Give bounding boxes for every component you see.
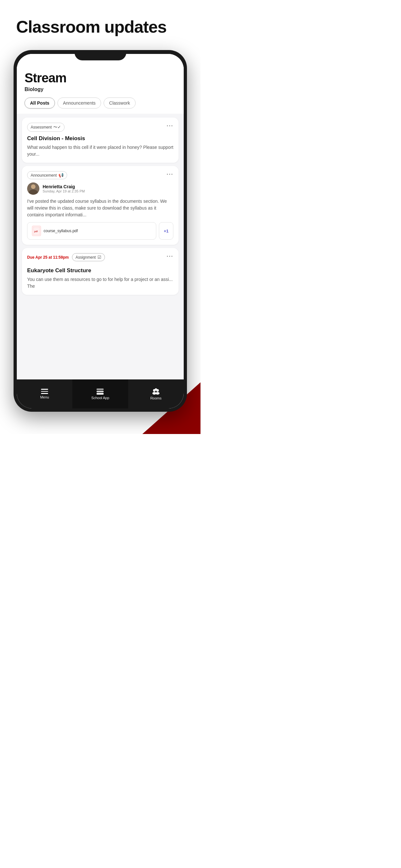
stream-header: Stream Biology All Posts Announcements C… (17, 54, 184, 114)
post-card-announcement[interactable]: Announcement 📢 ··· Henrietta Craig Sunda… (22, 166, 179, 245)
due-label: Due Apr 25 at 11:59pm (27, 255, 69, 259)
attachment-extra[interactable]: +1 (159, 222, 174, 240)
announcement-tag: Announcement 📢 (27, 171, 67, 179)
bottom-nav: Menu School App (17, 379, 184, 408)
screen-content: Stream Biology All Posts Announcements C… (17, 54, 184, 408)
page-heading: Classroom updates (16, 18, 166, 36)
nav-menu[interactable]: Menu (17, 379, 72, 408)
assignment-tag: Assignment ☑ (72, 253, 105, 261)
avatar (27, 182, 39, 195)
svg-point-6 (156, 392, 159, 395)
post-more-button-2[interactable]: ··· (166, 171, 174, 178)
hamburger-icon (41, 389, 48, 394)
post-body-announcement: I've posted the updated course syllabus … (27, 198, 174, 218)
posts-container: Assessment 〜✓ ··· Cell Division - Meiosi… (17, 114, 184, 299)
tabs-row: All Posts Announcements Classwork (25, 97, 176, 108)
nav-school-app-label: School App (91, 396, 110, 400)
post-title-assessment: Cell Division - Meiosis (27, 135, 174, 142)
post-body-assignment: You can use them as resources to go to f… (27, 276, 174, 290)
due-row: Due Apr 25 at 11:59pm Assignment ☑ (27, 253, 105, 261)
attachment-pdf[interactable]: pdf course_syllabus.pdf (27, 222, 156, 240)
clipboard-icon: ☑ (97, 255, 101, 259)
assignment-tag-label: Assignment (75, 255, 96, 259)
stream-title: Stream (25, 71, 176, 85)
chart-icon: 〜✓ (53, 124, 61, 130)
author-row: Henrietta Craig Sunday, Apr 19 at 2:35 P… (27, 182, 174, 195)
nav-school-app[interactable]: School App (72, 379, 128, 408)
megaphone-icon: 📢 (58, 173, 64, 178)
post-more-button[interactable]: ··· (166, 123, 174, 129)
post-title-assignment: Eukaryote Cell Structure (27, 267, 174, 274)
tab-all-posts[interactable]: All Posts (25, 97, 55, 108)
assessment-tag-label: Assessment (31, 125, 52, 129)
tab-classwork[interactable]: Classwork (104, 97, 135, 108)
post-card-assignment[interactable]: Due Apr 25 at 11:59pm Assignment ☑ ··· E… (22, 248, 179, 295)
phone-notch (74, 50, 126, 60)
nav-menu-label: Menu (40, 395, 49, 399)
post-body-assessment: What would happen to this cell if it wer… (27, 144, 174, 158)
attachment-row: pdf course_syllabus.pdf +1 (27, 222, 174, 240)
post-card-assessment[interactable]: Assessment 〜✓ ··· Cell Division - Meiosi… (22, 118, 179, 163)
nav-rooms-label: Rooms (150, 396, 161, 400)
stream-subtitle: Biology (25, 87, 176, 92)
pdf-icon: pdf (32, 226, 41, 236)
phone-screen: Stream Biology All Posts Announcements C… (17, 54, 184, 408)
rooms-icon (152, 388, 160, 395)
phone-frame: Stream Biology All Posts Announcements C… (13, 50, 187, 412)
post-more-button-3[interactable]: ··· (166, 253, 174, 260)
svg-point-4 (155, 389, 157, 391)
announcement-tag-label: Announcement (31, 173, 57, 178)
svg-text:pdf: pdf (34, 230, 38, 233)
stack-icon (96, 389, 104, 395)
tab-announcements[interactable]: Announcements (58, 97, 101, 108)
attachment-filename: course_syllabus.pdf (43, 228, 78, 233)
author-info: Henrietta Craig Sunday, Apr 19 at 2:35 P… (42, 184, 85, 193)
nav-rooms[interactable]: Rooms (128, 379, 184, 408)
author-name: Henrietta Craig (42, 184, 85, 189)
author-date: Sunday, Apr 19 at 2:35 PM (42, 189, 85, 193)
assessment-tag: Assessment 〜✓ (27, 123, 65, 132)
